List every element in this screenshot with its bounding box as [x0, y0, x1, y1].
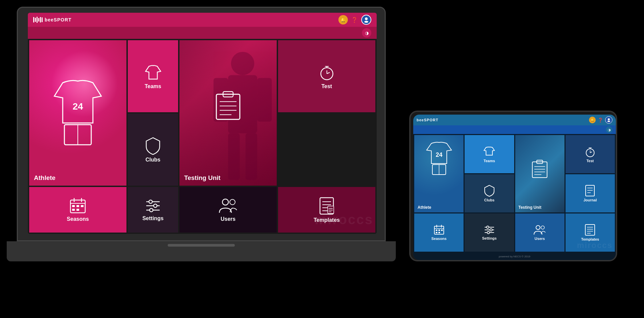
- laptop-app: beeSPORT 🔔 ❓ ◑: [28, 13, 377, 234]
- laptop-screen: beeSPORT 🔔 ❓ ◑: [28, 13, 377, 234]
- tablet-teams-label: Teams: [484, 159, 495, 163]
- tablet-logo: beeSPORT: [417, 118, 438, 122]
- tablet-users-icon: [533, 225, 546, 235]
- svg-point-84: [541, 226, 544, 229]
- tablet-tile-journal[interactable]: Journal: [566, 174, 615, 212]
- tablet-tile-clubs[interactable]: Clubs: [465, 174, 514, 212]
- tablet-templates-icon: [585, 224, 595, 236]
- tablet-tile-testing[interactable]: Testing Unit: [515, 135, 565, 212]
- tablet-tile-users[interactable]: Users: [515, 213, 565, 252]
- help-icon[interactable]: ❓: [351, 17, 358, 23]
- svg-rect-76: [438, 232, 440, 233]
- tablet-seasons-label: Seasons: [431, 237, 446, 241]
- svg-line-21: [327, 72, 330, 74]
- tablet-topbar: beeSPORT 🔔 ❓: [413, 115, 616, 125]
- tablet-tile-seasons[interactable]: Seasons: [414, 213, 464, 252]
- athlete-jersey-icon: 24: [48, 73, 108, 153]
- tile-teams[interactable]: Teams: [128, 40, 178, 112]
- tablet-tile-settings[interactable]: Settings: [465, 213, 514, 252]
- tablet-avatar[interactable]: [605, 116, 612, 124]
- svg-point-37: [222, 199, 228, 205]
- user-avatar[interactable]: [361, 15, 371, 25]
- tablet-topbar-icons: 🔔 ❓: [589, 116, 612, 124]
- settings-sliders-icon: [145, 198, 161, 213]
- svg-point-38: [230, 199, 235, 205]
- tablet-notification-icon[interactable]: 🔔: [589, 117, 596, 123]
- tablet-journal-icon: [585, 185, 595, 197]
- logo-text: beeSPORT: [45, 17, 71, 22]
- svg-point-34: [154, 204, 157, 207]
- laptop-bottom-grid: Seasons Settings: [28, 187, 377, 234]
- tablet-footer-text: powered by NECS © 2019: [499, 255, 530, 258]
- tile-seasons[interactable]: Seasons: [29, 187, 126, 233]
- tablet-testing-label: Testing Unit: [519, 205, 541, 210]
- tile-templates[interactable]: Templates: [278, 187, 375, 233]
- svg-point-49: [607, 121, 610, 122]
- tablet-theme-icon[interactable]: ◑: [606, 126, 612, 133]
- laptop-main-grid: 24 Athlete Teams: [28, 39, 377, 187]
- svg-rect-44: [328, 206, 334, 213]
- tablet-clubs-icon: [484, 185, 495, 197]
- svg-rect-28: [81, 205, 84, 207]
- tablet-settings-icon: [484, 225, 495, 235]
- tile-clubs[interactable]: Clubs: [128, 114, 178, 186]
- svg-rect-72: [436, 230, 437, 231]
- svg-rect-73: [438, 230, 440, 231]
- svg-point-0: [365, 17, 368, 20]
- tile-test[interactable]: Test: [278, 40, 375, 112]
- tablet-settings-label: Settings: [482, 236, 496, 240]
- svg-rect-10: [246, 133, 257, 180]
- tablet-teams-icon: [483, 146, 495, 157]
- svg-point-80: [490, 229, 492, 231]
- svg-rect-53: [532, 162, 547, 178]
- topbar-icons: 🔔 ❓: [338, 15, 371, 25]
- svg-point-32: [149, 200, 152, 203]
- tablet-tile-teams[interactable]: Teams: [465, 135, 514, 173]
- tablet-help-icon[interactable]: ❓: [598, 118, 603, 123]
- tablet-test-label: Test: [586, 159, 594, 163]
- notification-icon[interactable]: 🔔: [338, 15, 348, 24]
- tablet-tile-test[interactable]: Test: [566, 135, 615, 173]
- test-label: Test: [321, 83, 332, 89]
- svg-rect-9: [228, 133, 240, 180]
- test-stopwatch-icon: [318, 63, 336, 81]
- tablet-tile-athlete[interactable]: 24 Athlete: [414, 135, 464, 212]
- svg-rect-74: [441, 230, 443, 231]
- svg-rect-75: [436, 232, 437, 233]
- tablet-body: beeSPORT 🔔 ❓ ◑: [409, 111, 617, 261]
- templates-doc-icon: [318, 197, 335, 215]
- teams-jersey-icon: [144, 63, 162, 81]
- tablet-seasons-icon: [434, 225, 444, 235]
- laptop-base: [7, 241, 396, 261]
- tile-testing-unit[interactable]: Testing Unit: [179, 40, 277, 186]
- athlete-label: Athlete: [34, 174, 55, 182]
- tablet-users-label: Users: [535, 237, 545, 241]
- svg-rect-11: [216, 94, 240, 119]
- svg-point-83: [536, 226, 540, 230]
- templates-label: Templates: [314, 217, 340, 223]
- theme-toggle-icon[interactable]: ◑: [362, 28, 371, 38]
- settings-label: Settings: [142, 215, 163, 221]
- svg-point-78: [486, 226, 489, 229]
- tablet-screen: beeSPORT 🔔 ❓ ◑: [413, 115, 616, 260]
- laptop-topbar: beeSPORT 🔔 ❓: [28, 13, 377, 27]
- teams-label: Teams: [145, 83, 161, 89]
- tablet-journal-label: Journal: [584, 198, 597, 202]
- tablet-testing-icon: [531, 160, 548, 180]
- tablet-app: beeSPORT 🔔 ❓ ◑: [413, 115, 616, 260]
- tablet-tile-templates[interactable]: Templates: [566, 213, 615, 252]
- tablet-templates-label: Templates: [581, 237, 599, 241]
- tablet-athlete-label: Athlete: [418, 205, 431, 210]
- logo-bars-icon: [33, 17, 43, 23]
- users-label: Users: [221, 216, 235, 222]
- svg-rect-85: [585, 225, 595, 235]
- svg-rect-29: [72, 209, 75, 211]
- svg-rect-8: [257, 78, 272, 122]
- tile-users[interactable]: Users: [179, 187, 277, 233]
- clubs-shield-icon: [145, 136, 161, 155]
- svg-point-48: [608, 118, 610, 120]
- tile-athlete[interactable]: 24 Athlete: [29, 40, 126, 186]
- laptop-body: beeSPORT 🔔 ❓ ◑: [17, 7, 386, 241]
- tile-settings[interactable]: Settings: [128, 187, 178, 233]
- tablet-secondbar: ◑: [413, 125, 616, 134]
